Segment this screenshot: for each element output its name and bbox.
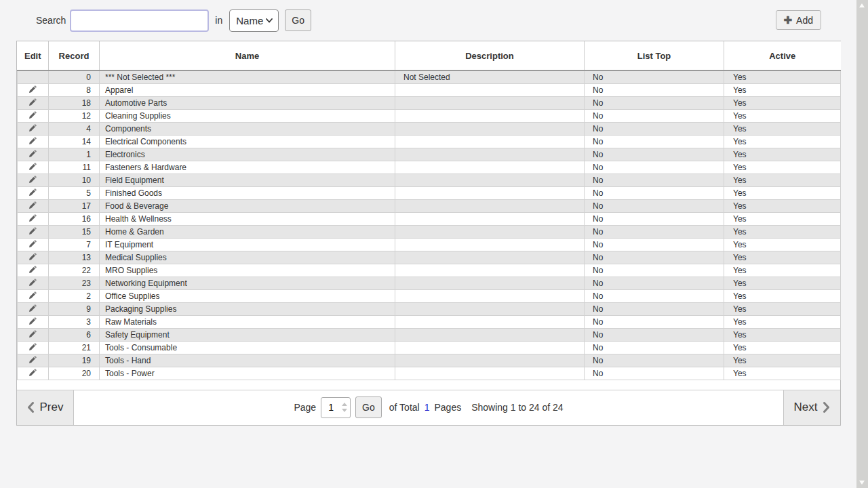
edit-pencil-icon[interactable]	[28, 317, 37, 325]
list-top-cell: No	[585, 225, 724, 238]
add-button[interactable]: ✚ Add	[776, 10, 822, 30]
table-row: 4ComponentsNoYes	[18, 122, 841, 135]
description-cell	[395, 367, 585, 380]
page-number-input[interactable]	[321, 401, 340, 413]
record-cell: 22	[49, 264, 100, 277]
table-row: 15Home & GardenNoYes	[18, 225, 841, 238]
name-cell: Cleaning Supplies	[100, 109, 395, 122]
edit-pencil-icon[interactable]	[28, 304, 37, 312]
record-cell: 4	[49, 122, 100, 135]
edit-pencil-icon[interactable]	[28, 342, 37, 351]
description-cell	[395, 238, 585, 251]
edit-pencil-icon[interactable]	[28, 329, 37, 338]
active-cell: Yes	[724, 315, 841, 328]
prev-button[interactable]: Prev	[17, 390, 74, 425]
list-top-cell: No	[585, 289, 724, 302]
list-top-cell: No	[585, 238, 724, 251]
list-top-cell: No	[585, 315, 724, 328]
pages-label: Pages	[434, 402, 461, 413]
list-top-cell: No	[585, 174, 724, 186]
edit-pencil-icon[interactable]	[28, 291, 37, 300]
list-top-cell: No	[585, 341, 724, 354]
search-toolbar: Search in Name Go ✚ Add	[16, 8, 841, 33]
page-go-button[interactable]: Go	[355, 396, 382, 418]
list-top-cell: No	[585, 96, 724, 109]
edit-pencil-icon[interactable]	[28, 214, 37, 222]
table-row: 2Office SuppliesNoYes	[18, 289, 841, 302]
table-footer-spacer	[17, 380, 840, 390]
description-cell	[395, 161, 585, 174]
edit-pencil-icon[interactable]	[28, 265, 37, 274]
scrollbar[interactable]	[856, 0, 868, 488]
list-top-cell: No	[585, 264, 724, 277]
edit-pencil-icon[interactable]	[28, 136, 37, 145]
name-cell: Food & Beverage	[100, 199, 395, 212]
edit-pencil-icon[interactable]	[28, 355, 37, 364]
edit-cell	[18, 225, 49, 238]
active-cell: Yes	[724, 161, 841, 174]
record-cell: 12	[49, 109, 100, 122]
record-cell: 3	[49, 315, 100, 328]
description-cell: Not Selected	[395, 70, 585, 83]
edit-pencil-icon[interactable]	[28, 162, 37, 171]
description-cell	[395, 251, 585, 264]
edit-pencil-icon[interactable]	[28, 201, 37, 209]
edit-cell	[18, 251, 49, 264]
next-button-label: Next	[794, 401, 818, 414]
list-top-cell: No	[585, 70, 724, 83]
edit-pencil-icon[interactable]	[28, 188, 37, 197]
name-cell: Raw Materials	[100, 315, 395, 328]
scrollbar-up-icon[interactable]	[859, 3, 865, 7]
active-cell: Yes	[724, 83, 841, 96]
description-cell	[395, 341, 585, 354]
active-cell: Yes	[724, 289, 841, 302]
edit-pencil-icon[interactable]	[28, 98, 37, 106]
table-row: 13Medical SuppliesNoYes	[18, 251, 841, 264]
edit-pencil-icon[interactable]	[28, 239, 37, 248]
list-top-cell: No	[585, 109, 724, 122]
table-row: 23Networking EquipmentNoYes	[18, 277, 841, 289]
edit-cell	[18, 367, 49, 380]
edit-pencil-icon[interactable]	[28, 278, 37, 287]
active-cell: Yes	[724, 328, 841, 341]
active-cell: Yes	[724, 186, 841, 199]
scrollbar-down-icon[interactable]	[859, 481, 865, 485]
table-row: 10Field EquipmentNoYes	[18, 174, 841, 186]
search-field-select[interactable]: Name	[229, 9, 279, 32]
edit-pencil-icon[interactable]	[28, 85, 37, 94]
name-cell: Fasteners & Hardware	[100, 161, 395, 174]
table-row: 3Raw MaterialsNoYes	[18, 315, 841, 328]
edit-pencil-icon[interactable]	[28, 123, 37, 132]
description-cell	[395, 277, 585, 289]
active-cell: Yes	[724, 122, 841, 135]
name-cell: Medical Supplies	[100, 251, 395, 264]
next-button[interactable]: Next	[783, 390, 840, 425]
search-input[interactable]	[70, 9, 209, 32]
column-header-edit: Edit	[18, 41, 49, 70]
column-header-active: Active	[724, 41, 841, 70]
search-go-button[interactable]: Go	[285, 9, 311, 31]
edit-pencil-icon[interactable]	[28, 175, 37, 184]
edit-pencil-icon[interactable]	[28, 368, 37, 377]
edit-cell	[18, 174, 49, 186]
spinner-up-icon[interactable]	[342, 403, 347, 406]
active-cell: Yes	[724, 264, 841, 277]
description-cell	[395, 109, 585, 122]
edit-pencil-icon[interactable]	[28, 149, 37, 158]
table-row: 20Tools - PowerNoYes	[18, 367, 841, 380]
description-cell	[395, 174, 585, 186]
in-label: in	[215, 15, 222, 26]
edit-pencil-icon[interactable]	[28, 226, 37, 235]
table-row: 11Fasteners & HardwareNoYes	[18, 161, 841, 174]
name-cell: Finished Goods	[100, 186, 395, 199]
edit-pencil-icon[interactable]	[28, 252, 37, 261]
edit-pencil-icon[interactable]	[28, 110, 37, 119]
table-row: 16Health & WellnessNoYes	[18, 212, 841, 225]
spinner-down-icon[interactable]	[342, 409, 347, 412]
record-cell: 2	[49, 289, 100, 302]
page-number-spinner[interactable]	[340, 403, 348, 412]
list-top-cell: No	[585, 122, 724, 135]
records-table-container: EditRecordNameDescriptionList TopActive …	[16, 41, 841, 426]
description-cell	[395, 289, 585, 302]
edit-cell	[18, 70, 49, 83]
